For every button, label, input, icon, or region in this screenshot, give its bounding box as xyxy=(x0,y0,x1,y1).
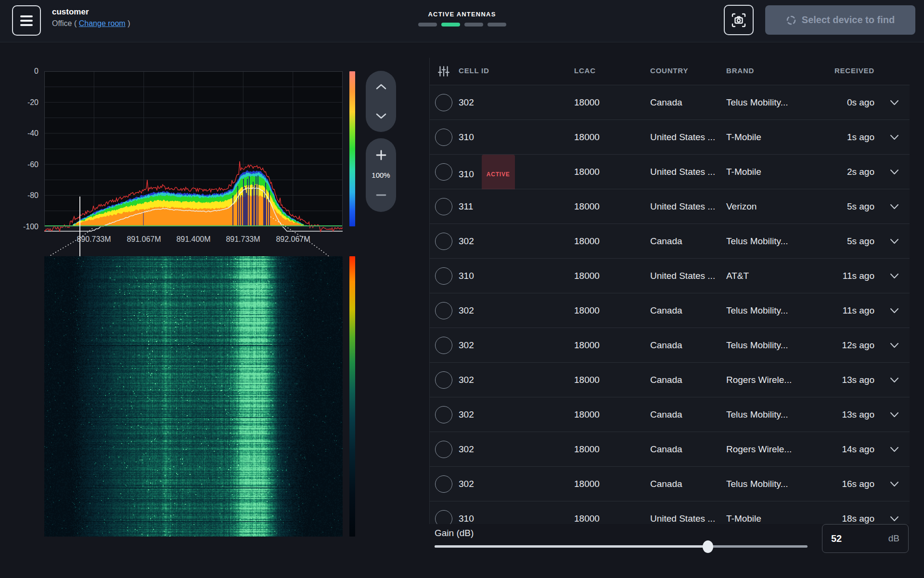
active-antennas-label: ACTIVE ANTENNAS xyxy=(395,11,529,18)
scan-camera-button[interactable] xyxy=(724,5,754,35)
received-value: 14s ago xyxy=(842,432,874,467)
col-header-lcac[interactable]: LCAC xyxy=(574,66,596,75)
zoom-out-button[interactable] xyxy=(366,183,396,207)
row-expand-chevron-icon[interactable] xyxy=(890,238,899,244)
row-radio-button[interactable] xyxy=(435,129,452,146)
received-value: 5s ago xyxy=(847,189,874,224)
chevron-down-icon xyxy=(375,113,387,119)
gain-panel: Gain (dB) 52 dB xyxy=(429,524,924,578)
zoom-level-label: 100% xyxy=(372,171,390,179)
select-device-button[interactable]: Select device to find xyxy=(765,5,915,35)
camera-scan-icon xyxy=(731,12,747,28)
pan-controls xyxy=(366,71,396,132)
lcac-value: 18000 xyxy=(574,189,600,224)
lcac-value: 18000 xyxy=(574,328,600,363)
y-tick-label: -40 xyxy=(3,128,38,139)
gain-label: Gain (dB) xyxy=(435,528,474,539)
received-value: 2s ago xyxy=(847,155,874,189)
cell-id-value: 302 xyxy=(459,224,474,259)
row-radio-button[interactable] xyxy=(435,371,452,389)
app-screen: customer Office ( Change room ) ACTIVE A… xyxy=(0,0,924,578)
row-radio-button[interactable] xyxy=(435,302,452,319)
country-value: United States ... xyxy=(650,155,715,189)
table-row[interactable]: 31018000United States ...AT&T11s ago xyxy=(430,259,910,293)
zoom-in-button[interactable] xyxy=(366,143,396,167)
brand-value: AT&T xyxy=(726,259,749,293)
table-row[interactable]: 30218000CanadaTelus Mobility...12s ago xyxy=(430,328,910,363)
col-header-country[interactable]: COUNTRY xyxy=(650,66,688,75)
lcac-value: 18000 xyxy=(574,467,600,501)
table-row[interactable]: 30218000CanadaTelus Mobility...0s ago xyxy=(430,85,910,120)
row-expand-chevron-icon[interactable] xyxy=(890,481,899,487)
waterfall-plot[interactable] xyxy=(44,256,343,537)
filter-sliders-icon[interactable] xyxy=(437,65,450,78)
cell-id-value: 310ACTIVE xyxy=(459,155,515,189)
table-row[interactable]: 30218000CanadaTelus Mobility...5s ago xyxy=(430,224,910,259)
table-row[interactable]: 30218000CanadaTelus Mobility...16s ago xyxy=(430,467,910,501)
col-header-brand[interactable]: BRAND xyxy=(726,66,754,75)
menu-button[interactable] xyxy=(12,5,41,36)
row-expand-chevron-icon[interactable] xyxy=(890,412,899,418)
spectrum-plot[interactable] xyxy=(44,71,343,237)
active-antennas: ACTIVE ANTENNAS xyxy=(395,11,529,26)
row-radio-button[interactable] xyxy=(435,475,452,493)
country-value: United States ... xyxy=(650,259,715,293)
table-row[interactable]: 310ACTIVE18000United States ...T-Mobile2… xyxy=(430,155,910,189)
y-tick-label: -100 xyxy=(3,222,38,232)
received-value: 13s ago xyxy=(842,397,874,432)
col-header-received[interactable]: RECEIVED xyxy=(834,66,874,75)
row-radio-button[interactable] xyxy=(435,267,452,285)
table-row[interactable]: 30218000CanadaTelus Mobility...13s ago xyxy=(430,397,910,432)
row-expand-chevron-icon[interactable] xyxy=(890,273,899,279)
row-radio-button[interactable] xyxy=(435,441,452,458)
gain-value[interactable]: 52 xyxy=(831,533,842,544)
row-expand-chevron-icon[interactable] xyxy=(890,447,899,452)
frequency-marker-line xyxy=(79,197,80,256)
row-radio-button[interactable] xyxy=(435,198,452,215)
row-expand-chevron-icon[interactable] xyxy=(890,169,899,175)
table-row[interactable]: 31018000United States ...T-Mobile1s ago xyxy=(430,120,910,155)
row-expand-chevron-icon[interactable] xyxy=(890,134,899,140)
gain-value-box[interactable]: 52 dB xyxy=(822,524,909,553)
table-row[interactable]: 30218000CanadaRogers Wirele...14s ago xyxy=(430,432,910,467)
row-expand-chevron-icon[interactable] xyxy=(890,204,899,210)
row-radio-button[interactable] xyxy=(435,406,452,423)
row-expand-chevron-icon[interactable] xyxy=(890,100,899,105)
plus-icon xyxy=(376,150,386,160)
select-device-label: Select device to find xyxy=(802,14,895,26)
row-expand-chevron-icon[interactable] xyxy=(890,377,899,383)
row-radio-button[interactable] xyxy=(435,337,452,354)
row-expand-chevron-icon[interactable] xyxy=(890,308,899,314)
brand-value: Telus Mobility... xyxy=(726,328,788,363)
country-value: Canada xyxy=(650,363,682,397)
pan-down-button[interactable] xyxy=(366,104,396,128)
table-row[interactable]: 30218000CanadaRogers Wirele...13s ago xyxy=(430,363,910,397)
row-radio-button[interactable] xyxy=(435,163,452,181)
country-value: Canada xyxy=(650,328,682,363)
received-value: 16s ago xyxy=(842,467,874,501)
country-value: United States ... xyxy=(650,189,715,224)
pan-up-button[interactable] xyxy=(366,75,396,99)
lcac-value: 18000 xyxy=(574,363,600,397)
cell-id-value: 302 xyxy=(459,328,474,363)
gain-slider[interactable] xyxy=(435,545,808,548)
table-row[interactable]: 31118000United States ...Verizon5s ago xyxy=(430,189,910,224)
lcac-value: 18000 xyxy=(574,85,600,120)
received-value: 11s ago xyxy=(843,259,874,293)
row-radio-button[interactable] xyxy=(435,233,452,250)
lcac-value: 18000 xyxy=(574,120,600,155)
brand-value: Rogers Wirele... xyxy=(726,432,792,467)
lcac-value: 18000 xyxy=(574,259,600,293)
row-expand-chevron-icon[interactable] xyxy=(890,342,899,348)
row-radio-button[interactable] xyxy=(435,94,452,111)
col-header-cell-id[interactable]: CELL ID xyxy=(459,66,489,75)
received-value: 0s ago xyxy=(847,85,874,120)
change-room-link[interactable]: Change room xyxy=(79,19,126,27)
waterfall-colorbar xyxy=(349,256,355,537)
gain-slider-thumb[interactable] xyxy=(703,540,713,553)
antenna-bar-4-inactive xyxy=(488,23,506,26)
table-row[interactable]: 30218000CanadaTelus Mobility...11s ago xyxy=(430,293,910,328)
lcac-value: 18000 xyxy=(574,397,600,432)
country-value: United States ... xyxy=(650,120,715,155)
row-expand-chevron-icon[interactable] xyxy=(890,516,899,522)
